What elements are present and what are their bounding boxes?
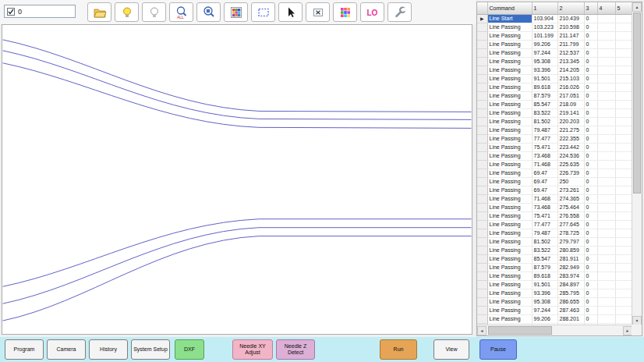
value-cell[interactable]: [615, 117, 632, 126]
color-array-button[interactable]: [333, 2, 357, 22]
settings-button[interactable]: [387, 2, 412, 22]
value-cell[interactable]: 103.904: [532, 14, 557, 23]
value-cell[interactable]: [615, 211, 632, 220]
value-cell[interactable]: [597, 289, 615, 297]
value-cell[interactable]: 210.598: [557, 23, 584, 31]
history-button[interactable]: History: [89, 339, 128, 360]
value-cell[interactable]: 288.201: [557, 314, 584, 323]
command-cell[interactable]: Line Passing: [487, 66, 532, 74]
command-cell[interactable]: Line Passing: [487, 220, 532, 229]
table-row[interactable]: Line Passing89.618216.0260: [477, 83, 632, 91]
command-cell[interactable]: Line Passing: [487, 108, 532, 117]
column-header-2[interactable]: 2: [557, 2, 584, 14]
value-cell[interactable]: 0: [584, 186, 597, 194]
row-selector[interactable]: [477, 177, 487, 186]
value-cell[interactable]: 93.396: [532, 289, 557, 297]
value-cell[interactable]: 0: [584, 108, 597, 117]
row-selector[interactable]: [477, 143, 487, 151]
table-row[interactable]: Line Passing91.501284.8970: [477, 280, 632, 289]
row-selector[interactable]: [477, 151, 487, 160]
value-cell[interactable]: [615, 40, 632, 48]
value-cell[interactable]: [597, 314, 615, 323]
row-selector[interactable]: [477, 314, 487, 323]
command-cell[interactable]: Line Passing: [487, 263, 532, 272]
command-cell[interactable]: Line Passing: [487, 40, 532, 48]
command-cell[interactable]: Line Passing: [487, 229, 532, 237]
value-cell[interactable]: 0: [584, 83, 597, 91]
row-selector[interactable]: [477, 48, 487, 57]
value-cell[interactable]: [597, 83, 615, 91]
value-cell[interactable]: [615, 91, 632, 100]
value-cell[interactable]: 281.911: [557, 254, 584, 263]
table-row[interactable]: Line Passing103.223210.5980: [477, 23, 632, 31]
value-cell[interactable]: [597, 169, 615, 177]
value-cell[interactable]: 225.635: [557, 160, 584, 169]
value-cell[interactable]: 0: [584, 151, 597, 160]
table-row[interactable]: Line Passing95.308286.6550: [477, 297, 632, 306]
value-cell[interactable]: 0: [584, 126, 597, 134]
value-cell[interactable]: 0: [584, 229, 597, 237]
command-cell[interactable]: Line Passing: [487, 237, 532, 246]
value-cell[interactable]: 0: [584, 74, 597, 83]
command-cell[interactable]: Line Passing: [487, 31, 532, 40]
value-cell[interactable]: 77.477: [532, 220, 557, 229]
row-selector[interactable]: [477, 297, 487, 306]
row-selector[interactable]: [477, 169, 487, 177]
value-cell[interactable]: 0: [584, 280, 597, 289]
value-cell[interactable]: [597, 237, 615, 246]
value-cell[interactable]: [615, 66, 632, 74]
value-cell[interactable]: [615, 203, 632, 211]
row-selector[interactable]: [477, 23, 487, 31]
command-cell[interactable]: Line Passing: [487, 314, 532, 323]
table-row[interactable]: Line Passing95.308213.3450: [477, 57, 632, 66]
value-cell[interactable]: 221.275: [557, 126, 584, 134]
row-selector[interactable]: [477, 263, 487, 272]
value-cell[interactable]: 73.468: [532, 151, 557, 160]
value-cell[interactable]: 215.103: [557, 74, 584, 83]
table-row[interactable]: Line Passing69.47273.2610: [477, 186, 632, 194]
value-cell[interactable]: 71.468: [532, 160, 557, 169]
table-row[interactable]: Line Passing93.396285.7950: [477, 289, 632, 297]
command-cell[interactable]: Line Passing: [487, 48, 532, 57]
value-cell[interactable]: 213.345: [557, 57, 584, 66]
value-cell[interactable]: 211.799: [557, 40, 584, 48]
value-cell[interactable]: 283.974: [557, 272, 584, 280]
table-row[interactable]: Line Passing79.487221.2750: [477, 126, 632, 134]
value-cell[interactable]: 219.141: [557, 108, 584, 117]
value-cell[interactable]: [597, 246, 615, 254]
value-cell[interactable]: [597, 126, 615, 134]
row-selector[interactable]: [477, 220, 487, 229]
value-cell[interactable]: 81.502: [532, 117, 557, 126]
system-setup-button[interactable]: System Setup: [131, 339, 170, 360]
value-cell[interactable]: [597, 23, 615, 31]
value-cell[interactable]: [597, 117, 615, 126]
table-row[interactable]: Line Passing99.206211.7990: [477, 40, 632, 48]
command-cell[interactable]: Line Passing: [487, 194, 532, 203]
table-row[interactable]: Line Passing85.547218.090: [477, 100, 632, 108]
zoom-select-button[interactable]: [196, 2, 221, 22]
value-cell[interactable]: 286.655: [557, 297, 584, 306]
value-cell[interactable]: 0: [584, 14, 597, 23]
value-cell[interactable]: [597, 211, 615, 220]
value-cell[interactable]: 79.487: [532, 126, 557, 134]
horizontal-scroll-thumb[interactable]: [488, 326, 552, 335]
column-header-3[interactable]: 3: [584, 2, 597, 14]
value-cell[interactable]: 0: [584, 254, 597, 263]
value-cell[interactable]: 218.09: [557, 100, 584, 108]
value-cell[interactable]: [615, 186, 632, 194]
value-cell[interactable]: [615, 160, 632, 169]
value-cell[interactable]: 210.439: [557, 14, 584, 23]
value-cell[interactable]: 282.949: [557, 263, 584, 272]
command-cell[interactable]: Line Passing: [487, 74, 532, 83]
value-cell[interactable]: 101.199: [532, 31, 557, 40]
value-cell[interactable]: [615, 14, 632, 23]
value-cell[interactable]: 0: [584, 66, 597, 74]
command-cell[interactable]: Line Passing: [487, 160, 532, 169]
table-row[interactable]: Line Passing71.468225.6350: [477, 160, 632, 169]
value-cell[interactable]: 212.537: [557, 48, 584, 57]
command-cell[interactable]: Line Passing: [487, 169, 532, 177]
value-cell[interactable]: 284.897: [557, 280, 584, 289]
row-selector[interactable]: [477, 100, 487, 108]
value-cell[interactable]: [615, 306, 632, 314]
value-cell[interactable]: 280.859: [557, 246, 584, 254]
